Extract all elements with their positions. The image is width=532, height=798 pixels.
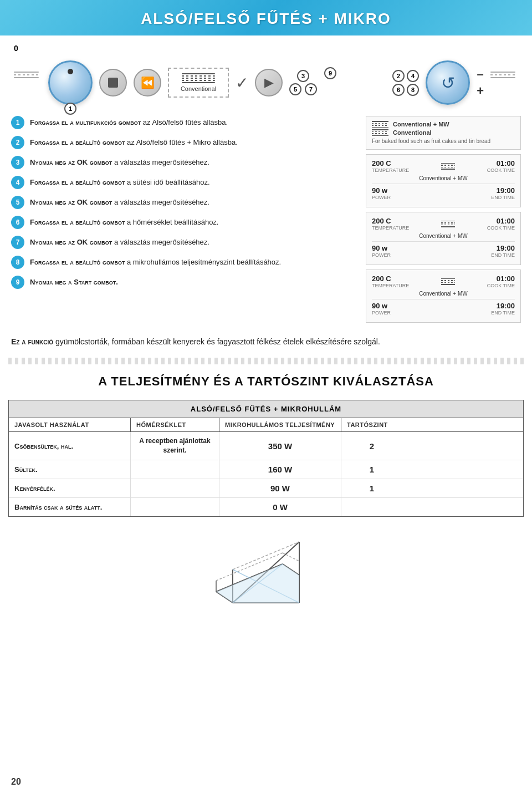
cooking-box-2: 200 C TEMPERATURE 01:00 COOK TIME Conven… [366,212,521,265]
row4-temp [131,498,219,516]
inst-num-5: 5 [11,196,24,209]
instruction-3: 3 Nyomja meg az OK gombot a választás me… [11,156,349,169]
row4-usage: Barnítás csak a sütés alatt. [9,498,131,516]
inst-num-9: 9 [11,276,24,289]
stop-button[interactable] [99,69,127,96]
row3-level: 1 [341,479,402,497]
cooking-box-3: 200 C TEMPERATURE 01:00 COOK TIME Conven… [366,270,521,323]
page-number: 20 [11,777,21,787]
inst-num-7: 7 [11,236,24,249]
conventional-mode-box: Conventional [168,68,229,98]
usage-table: ALSÓ/FELSŐ FŰTÉS + MIKROHULLÁM Javasolt … [8,400,524,517]
ci-temp-3: 200 C TEMPERATURE [372,275,409,288]
play-button[interactable]: ▶ [255,69,283,96]
number-cluster: 3 5 7 9 [289,70,317,95]
mode-desc: For baked food such as fruit cakes and t… [372,138,515,145]
rewind-button[interactable]: ⏪ [134,69,161,96]
plus-symbol[interactable]: + [477,84,484,98]
right-rotary-knob[interactable] [426,60,470,105]
inst-num-1: 1 [11,116,24,129]
ci-temp-2: 200 C TEMPERATURE [372,217,409,231]
right-decor-icon [490,72,518,94]
instruction-8: 8 Forgassa el a beállító gombot a mikroh… [11,256,349,269]
ci-power-2: 90 w POWER [372,244,391,258]
inst-text-5: Nyomja meg az OK gombot a választás mege… [30,196,209,208]
row3-usage: Kenyérfélék. [9,479,131,497]
mode-icon-1 [372,121,388,128]
wavy-divider [8,358,524,364]
num3-badge: 3 [297,70,309,82]
zero-label: 0 [14,44,18,53]
inst-num-3: 3 [11,156,24,169]
controls-wrapper: 0 1 ⏪ [0,41,532,116]
table-row-1: Csőbensültek, hal. A receptben ajánlotta… [9,432,523,460]
mode-info-box: Conventional + MW Conventional For baked… [366,116,521,150]
ci-endtime-3: 19:00 END TIME [491,302,515,316]
ci-heat-icon-2 [441,221,455,227]
instruction-4: 4 Forgassa el a beállító gombot a sütési… [11,176,349,189]
page-header: ALSÓ/FELSŐ FŰTÉS + MIKRO [0,0,532,35]
inst-num-8: 8 [11,256,24,269]
inst-text-6: Forgassa el a beállító gombot a hőmérsék… [30,216,219,228]
ci-row-temp-1: 200 C TEMPERATURE 01:00 COOK TIME [372,159,515,173]
ci-divider-3 [372,299,515,299]
left-decor-icon [14,72,42,94]
ci-endtime-1: 19:00 END TIME [491,186,515,200]
ci-mode-3: Conventional + MW [372,291,515,297]
ci-divider-1 [372,184,515,184]
instruction-7: 7 Nyomja meg az OK gombot a választás me… [11,236,349,249]
ci-row-temp-2: 200 C TEMPERATURE 01:00 COOK TIME [372,217,515,231]
row4-level [341,498,402,516]
extra-info-prefix: Ez a funkció [11,337,53,346]
row2-usage: Sültek. [9,460,131,479]
ci-cooktime-3: 01:00 COOK TIME [487,275,515,288]
row1-power: 350 W [219,432,341,460]
cooking-box-1: 200 C TEMPERATURE 01:00 COOK TIME Conven… [366,154,521,207]
instruction-1: 1 Forgassa el a multifunkciós gombot az … [11,116,349,129]
svg-marker-14 [216,564,299,603]
table-row-4: Barnítás csak a sütés alatt. 0 W [9,498,523,516]
ci-heat-icon-3 [441,278,455,285]
minus-symbol[interactable]: – [477,67,483,82]
ci-cooktime-1: 01:00 COOK TIME [487,159,515,173]
ci-mode-2: Conventional + MW [372,233,515,239]
row3-power: 90 W [219,479,341,497]
extra-info-text: Ez a funkció gyümölcstorták, formában ké… [0,327,532,353]
row4-power: 0 W [219,498,341,516]
instruction-9: 9 Nyomja meg a Start gombot. [11,276,349,289]
num1-badge: 1 [64,103,76,115]
table-row-3: Kenyérfélék. 90 W 1 [9,479,523,498]
ci-row-power-3: 90 w POWER 19:00 END TIME [372,302,515,316]
col-header-temp: Hőmérséklet [131,418,219,431]
row2-level: 1 [341,460,402,479]
inst-text-9: Nyomja meg a Start gombot. [30,276,118,288]
bottom-illustration [0,522,532,622]
mode-text-1: Conventional + MW [393,121,449,128]
right-number-cluster: 2 4 6 8 [392,70,419,96]
ci-endtime-2: 19:00 END TIME [491,244,515,258]
ci-heat-icon-1 [441,163,455,170]
stop-icon [108,78,118,88]
minus-plus-control: – + [477,67,484,98]
col-header-power: Mikrohullámos teljesítmény [219,418,341,431]
mode-icon-2 [372,129,388,136]
ci-power-3: 90 w POWER [372,302,391,316]
num6-badge: 6 [392,84,405,96]
ci-temp-1: 200 C TEMPERATURE [372,159,409,173]
row1-level: 2 [341,432,402,460]
inst-num-2: 2 [11,136,24,149]
inst-text-7: Nyomja meg az OK gombot a választás mege… [30,236,209,248]
main-content: 1 Forgassa el a multifunkciós gombot az … [0,116,532,327]
row2-power: 160 W [219,460,341,479]
row3-temp [131,479,219,497]
inst-text-1: Forgassa el a multifunkciós gombot az Al… [30,116,228,128]
mode-row-1: Conventional + MW [372,121,515,128]
multifunctional-knob[interactable]: 1 [48,60,93,105]
mode-text-2: Conventional [393,129,432,136]
num9-badge: 9 [324,67,336,79]
inst-text-3: Nyomja meg az OK gombot a választás mege… [30,156,209,168]
ci-cooktime-2: 01:00 COOK TIME [487,217,515,231]
inst-text-2: Forgassa el a beállító gombot az Alsó/fe… [30,136,238,148]
table-title: ALSÓ/FELSŐ FŰTÉS + MIKROHULLÁM [9,400,523,418]
instruction-2: 2 Forgassa el a beállító gombot az Alsó/… [11,136,349,149]
